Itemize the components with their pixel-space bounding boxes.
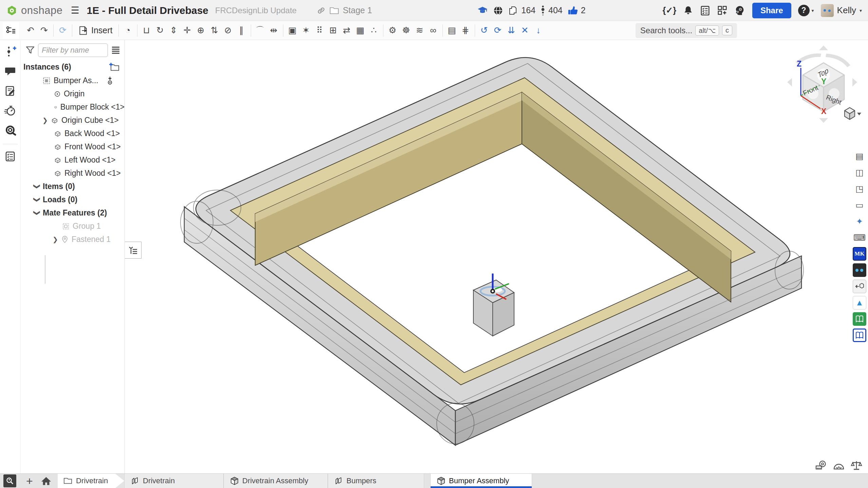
mass-properties-icon[interactable] xyxy=(850,459,863,471)
list-view-icon[interactable] xyxy=(111,46,120,55)
panel-collapse-toggle[interactable] xyxy=(125,242,141,259)
configurations-panel-icon[interactable]: ◫ xyxy=(853,166,866,179)
parallel-mate-icon[interactable]: ∥ xyxy=(235,23,248,38)
ball-mate-icon[interactable]: ⊕ xyxy=(194,23,208,38)
linear-pattern-icon[interactable]: ⠿ xyxy=(313,23,326,38)
release-notes-icon[interactable] xyxy=(3,84,17,98)
tree-row-origin[interactable]: Origin xyxy=(21,87,125,100)
tree-row-part[interactable]: Left Wood <1> xyxy=(21,153,125,167)
robot-app-icon[interactable] xyxy=(853,263,866,277)
update-linked-icon[interactable]: ⟳ xyxy=(56,23,70,38)
spotlight-search-button[interactable] xyxy=(3,474,16,487)
hide-bom-icon[interactable]: ▤ xyxy=(445,23,459,38)
home-tab-button[interactable] xyxy=(37,474,55,488)
section-view-icon[interactable]: ◔ xyxy=(121,23,135,38)
display-states-icon[interactable]: ▦ xyxy=(354,23,367,38)
sim-settle-icon[interactable]: ⇊ xyxy=(505,23,518,38)
chevron-right-icon[interactable]: ❯ xyxy=(53,236,58,243)
structure-tree-icon[interactable] xyxy=(3,22,19,39)
revolute-mate-icon[interactable]: ↻ xyxy=(153,23,167,38)
workspace-group[interactable]: Stage 1 xyxy=(316,5,372,15)
undo-icon[interactable]: ↶ xyxy=(24,23,37,38)
fastened-mate-icon[interactable]: ⊔ xyxy=(140,23,153,38)
chevron-down-icon[interactable]: ❯ xyxy=(33,210,41,216)
chevron-down-icon[interactable]: ❯ xyxy=(33,197,41,203)
tab-folder-drivetrain[interactable]: Drivetrain xyxy=(58,474,124,488)
featurescript-icon[interactable]: {✓} xyxy=(662,5,676,15)
onshape-logo[interactable]: onshape xyxy=(6,4,62,17)
add-tab-button[interactable]: + xyxy=(22,474,37,488)
tangent-mate-icon[interactable]: ⌒ xyxy=(253,23,267,38)
ai-assistant-icon[interactable]: ⚙ ⚙ xyxy=(735,5,746,16)
screw-relation-icon[interactable]: ≋ xyxy=(413,23,427,38)
checklist-panel-icon[interactable] xyxy=(3,150,17,163)
tree-section-loads[interactable]: ❯ Loads (0) xyxy=(21,193,125,206)
tree-row-group[interactable]: Group 1 xyxy=(21,220,125,233)
search-tools-button[interactable]: Search tools... alt/⌥ c xyxy=(636,23,737,38)
sim-drop-icon[interactable]: ↓ xyxy=(532,23,545,38)
add-folder-icon[interactable] xyxy=(109,62,120,72)
tree-row-assembly[interactable]: Bumper As... xyxy=(21,74,125,87)
replicate-icon[interactable]: ⊞ xyxy=(326,23,340,38)
pin-slot-mate-icon[interactable]: ⊘ xyxy=(221,23,235,38)
tree-row-part[interactable]: Front Wood <1> xyxy=(21,140,125,153)
derive-panel-icon[interactable]: ◳ xyxy=(853,182,866,195)
pinwheel-app-icon[interactable]: ✦ xyxy=(853,214,866,228)
circular-pattern-icon[interactable]: ✶ xyxy=(299,23,313,38)
green-library-app-icon[interactable] xyxy=(853,312,866,326)
slider-mate-icon[interactable]: ⇕ xyxy=(167,23,181,38)
group-parts-icon[interactable]: ▣ xyxy=(286,23,299,38)
exploded-view-icon[interactable]: ∴ xyxy=(367,23,381,38)
sim-converge-icon[interactable]: ✕ xyxy=(518,23,532,38)
apps-grid-icon[interactable] xyxy=(717,5,728,16)
user-menu[interactable]: Kelly ▾ xyxy=(821,4,862,17)
tape-measure-icon[interactable] xyxy=(815,459,827,471)
chevron-right-icon[interactable]: ❯ xyxy=(42,116,48,124)
view-cube[interactable]: Top Front Right Z X Y xyxy=(770,44,862,129)
share-button[interactable]: Share xyxy=(752,3,791,18)
mate-limits-icon[interactable]: ⇹ xyxy=(267,23,281,38)
tab-bumpers-partstudio[interactable]: Bumpers xyxy=(328,474,424,488)
chevron-down-icon[interactable]: ❯ xyxy=(33,184,41,189)
versions-history-icon[interactable] xyxy=(3,45,17,58)
bom-panel-icon[interactable]: ▤ xyxy=(853,149,866,163)
view-menu-button[interactable] xyxy=(845,108,861,119)
history-stopwatch-icon[interactable] xyxy=(3,104,17,117)
tasks-checklist-icon[interactable] xyxy=(700,5,710,16)
tree-row-part[interactable]: Back Wood <1> xyxy=(21,127,125,140)
insert-button[interactable]: Insert xyxy=(75,23,116,38)
tree-section-items[interactable]: ❯ Items (0) xyxy=(21,180,125,193)
rack-pinion-relation-icon[interactable]: ☸ xyxy=(399,23,413,38)
labels-panel-icon[interactable]: ▭ xyxy=(853,198,866,212)
featurescript-panel-icon[interactable]: ⌨ xyxy=(853,231,866,244)
help-menu[interactable]: ? ▾ xyxy=(798,5,814,16)
transfer-parts-icon[interactable]: ⇄ xyxy=(340,23,354,38)
cylindrical-mate-icon[interactable]: ⇅ xyxy=(208,23,221,38)
filter-input[interactable] xyxy=(38,43,108,57)
tree-row-part[interactable]: Bumper Block <1> xyxy=(21,100,125,114)
learning-center-icon[interactable] xyxy=(3,124,17,137)
tree-row-part[interactable]: ❯ Origin Cube <1> xyxy=(21,114,125,127)
belt-relation-icon[interactable]: ∞ xyxy=(427,23,440,38)
3d-viewport[interactable]: Top Front Right Z X Y ▤ xyxy=(125,40,868,473)
bumper-assembly-model[interactable] xyxy=(125,40,868,473)
redo-icon[interactable]: ↷ xyxy=(37,23,51,38)
triangle-app-icon[interactable]: ▲ xyxy=(853,296,866,309)
mkcad-app-icon[interactable]: MK xyxy=(853,247,866,261)
named-positions-icon[interactable]: ⋕ xyxy=(459,23,472,38)
planar-mate-icon[interactable]: ✛ xyxy=(181,23,194,38)
likes-stat[interactable]: 2 xyxy=(567,5,586,16)
public-badge[interactable] xyxy=(493,5,504,16)
sim-loop-icon[interactable]: ⟳ xyxy=(491,23,505,38)
comments-icon[interactable] xyxy=(3,64,17,78)
tree-row-part[interactable]: Right Wood <1> xyxy=(21,167,125,180)
gear-relation-icon[interactable]: ⚙ xyxy=(386,23,399,38)
tab-bumper-assembly-active[interactable]: Bumper Assembly xyxy=(430,474,532,488)
learning-badge[interactable] xyxy=(477,5,488,16)
export-app-icon[interactable] xyxy=(853,280,866,293)
sim-revolve-icon[interactable]: ↺ xyxy=(477,23,491,38)
notifications-bell-icon[interactable] xyxy=(683,5,693,16)
filter-funnel-icon[interactable] xyxy=(25,45,35,55)
protractor-icon[interactable] xyxy=(833,459,845,471)
copies-stat[interactable]: 164 xyxy=(508,5,535,16)
